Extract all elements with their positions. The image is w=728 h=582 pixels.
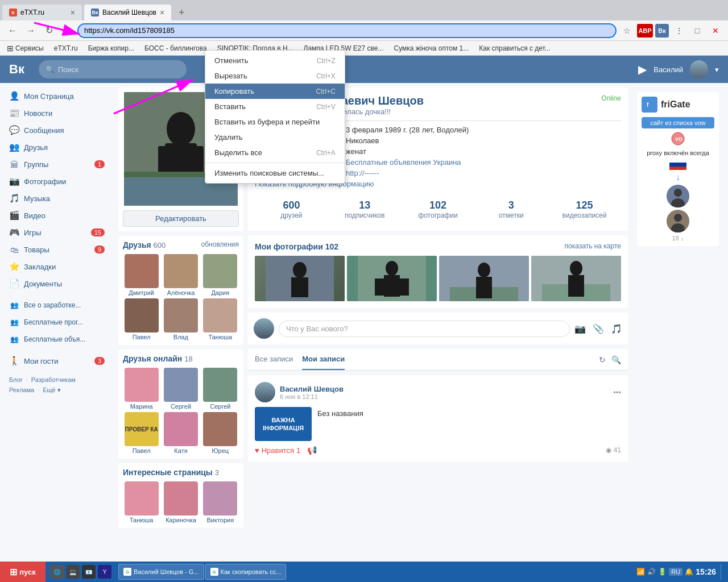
- post-input-field[interactable]: Что у Вас нового?: [279, 321, 570, 337]
- reload-button[interactable]: ↻: [41, 23, 57, 39]
- friend-item[interactable]: Танюша: [202, 298, 239, 340]
- sidebar-item-freeprogs[interactable]: 👥 Бесплатные прог...: [0, 314, 114, 331]
- sidebar-item-photos[interactable]: 📷 Фотографии: [0, 173, 114, 190]
- address-input[interactable]: [77, 23, 617, 38]
- taskbar-app-2[interactable]: G Как скопировать сс...: [205, 564, 287, 580]
- like-button[interactable]: ♥ Нравится 1: [255, 446, 300, 455]
- friend-item[interactable]: Дмитрий: [123, 254, 160, 296]
- bookmark-etxt[interactable]: eTXT.ru: [52, 44, 80, 53]
- search-input[interactable]: [58, 65, 180, 74]
- friends-title[interactable]: Друзья 600: [123, 240, 166, 250]
- vk-search-bar[interactable]: 🔍: [39, 60, 187, 78]
- online-friend-item[interactable]: Юрец: [202, 412, 239, 454]
- taskbar-icon-4[interactable]: Y: [98, 565, 111, 579]
- bookmark-sumka[interactable]: Сумка жіноча оптом 1...: [391, 44, 471, 53]
- taskbar-icon-3[interactable]: 📧: [82, 565, 96, 579]
- photos-title[interactable]: Мои фотографии 102: [255, 242, 338, 251]
- clock[interactable]: 15:26: [696, 567, 716, 576]
- sidebar-item-games[interactable]: 🎮 Игры 15: [0, 224, 114, 241]
- sidebar-item-news[interactable]: 📰 Новости: [0, 105, 114, 122]
- sidebar-item-music[interactable]: 🎵 Музыка: [0, 190, 114, 207]
- header-avatar[interactable]: [690, 60, 708, 78]
- photo-thumb[interactable]: [347, 256, 437, 301]
- vk-icon[interactable]: Вк: [655, 24, 669, 38]
- photo-thumb[interactable]: [531, 256, 621, 301]
- ctx-item-search-engines[interactable]: Изменить поисковые системы...: [205, 165, 345, 181]
- stat-marks[interactable]: 3 отметки: [474, 195, 548, 224]
- online-friend-item[interactable]: Катя: [162, 412, 199, 454]
- sidebar-item-groups[interactable]: 🏛 Группы 1: [0, 156, 114, 173]
- show-on-map[interactable]: показать на карте: [565, 242, 622, 251]
- photo-thumb[interactable]: [439, 256, 529, 301]
- back-button[interactable]: ←: [5, 23, 20, 39]
- my-posts-tab[interactable]: Мои записи: [302, 349, 345, 370]
- apps-button[interactable]: ⊞ Сервисы: [5, 43, 46, 53]
- tab-vk[interactable]: Вк Василий Шевцов ×: [84, 5, 171, 20]
- taskbar-icon-2[interactable]: 💻: [66, 565, 80, 579]
- friend-item[interactable]: Павел: [123, 298, 160, 340]
- ctx-item-select-all[interactable]: Выделить все Ctrl+A: [205, 145, 345, 160]
- stat-videos[interactable]: 125 видеозаписей: [548, 195, 621, 224]
- ctx-item-cancel[interactable]: Отменить Ctrl+Z: [205, 53, 345, 68]
- online-friend-item[interactable]: Марина: [123, 368, 160, 410]
- online-friend-item[interactable]: Сергей: [202, 368, 239, 410]
- page-item[interactable]: Кариночка: [162, 481, 199, 523]
- tab-new-button[interactable]: +: [173, 5, 189, 20]
- taskbar-icon-1[interactable]: 🌐: [50, 565, 64, 579]
- tab-close-etxt[interactable]: ×: [71, 8, 75, 17]
- bookmark-kak[interactable]: Как справиться с дет...: [477, 44, 553, 53]
- attachment-icon[interactable]: 📎: [593, 323, 604, 334]
- sound-icon[interactable]: 🔊: [647, 568, 656, 576]
- online-friend-item[interactable]: ПРОВЕР КА Павел: [123, 412, 160, 454]
- taskbar-app-1[interactable]: G Василий Шевцов - G...: [118, 564, 204, 580]
- edit-button[interactable]: Редактировать: [123, 210, 239, 227]
- online-friend-item[interactable]: Сергей: [162, 368, 199, 410]
- play-button[interactable]: ▶: [638, 63, 647, 76]
- stat-subscribers[interactable]: 13 подписчиков: [328, 195, 402, 224]
- footer-dev[interactable]: Разработчикам: [31, 376, 76, 383]
- header-username[interactable]: Василий: [653, 65, 683, 74]
- abp-icon[interactable]: ABP: [637, 24, 653, 38]
- stat-photos[interactable]: 102 фотографии: [402, 195, 475, 224]
- network-icon[interactable]: 📶: [636, 568, 645, 576]
- camera-icon[interactable]: 📷: [574, 323, 586, 334]
- ctx-item-paste-go[interactable]: Вставить из буфера и перейти: [205, 114, 345, 130]
- maximize-button[interactable]: □: [689, 23, 705, 39]
- ctx-item-copy[interactable]: Копировать Ctrl+C: [205, 84, 345, 99]
- friend-item[interactable]: Алёночка: [162, 254, 199, 296]
- share-icon[interactable]: 📢: [307, 446, 317, 455]
- bookmark-boss[interactable]: БОСС - биллингова: [142, 44, 209, 53]
- refresh-icon[interactable]: ↻: [599, 355, 606, 364]
- stat-friends[interactable]: 600 друзей: [255, 195, 328, 224]
- notification-icon[interactable]: 🔔: [685, 568, 693, 576]
- lang-indicator[interactable]: RU: [669, 568, 682, 576]
- vk-logo[interactable]: Вк: [9, 62, 32, 77]
- footer-more[interactable]: Ещё ▾: [43, 386, 61, 394]
- sidebar-item-guests[interactable]: 🚶 Мои гости 3: [0, 352, 114, 369]
- ctx-item-cut[interactable]: Вырезать Ctrl+X: [205, 68, 345, 84]
- photo-thumb[interactable]: [255, 256, 345, 301]
- tab-all-posts[interactable]: Все записи Мои записи: [255, 349, 599, 370]
- sidebar-item-messages[interactable]: 💬 Сообщения: [0, 122, 114, 139]
- footer-reklama[interactable]: Реклама: [9, 386, 34, 394]
- all-posts-tab[interactable]: Все записи: [255, 349, 293, 370]
- forward-button[interactable]: →: [23, 23, 39, 39]
- tab-etxt[interactable]: e eTXT.ru ×: [2, 5, 82, 20]
- header-dropdown[interactable]: ▾: [715, 65, 719, 74]
- bookmark-star[interactable]: ☆: [619, 23, 635, 39]
- sidebar-item-bookmarks[interactable]: ⭐ Закладки: [0, 258, 114, 275]
- menu-button[interactable]: ⋮: [671, 23, 687, 39]
- music-post-icon[interactable]: 🎵: [611, 323, 622, 334]
- page-item[interactable]: Танюша: [123, 481, 160, 523]
- page-item[interactable]: Виктория: [202, 481, 239, 523]
- post-user-name[interactable]: Василий Шевцов: [280, 385, 344, 393]
- ctx-item-delete[interactable]: Удалить: [205, 130, 345, 145]
- close-browser-button[interactable]: ✕: [708, 23, 723, 39]
- start-button[interactable]: ⊞ пуск: [0, 562, 46, 582]
- footer-blog[interactable]: Блог: [9, 376, 23, 383]
- ctx-item-paste[interactable]: Вставить Ctrl+V: [205, 99, 345, 114]
- sidebar-item-freeads[interactable]: 👥 Бесплатные объя...: [0, 331, 114, 348]
- post-image[interactable]: ВАЖНАІНФОРМАЦІЯ: [255, 407, 312, 441]
- bookmark-birzha[interactable]: Биржа копир...: [86, 44, 136, 53]
- friends-update[interactable]: обновления: [201, 240, 239, 250]
